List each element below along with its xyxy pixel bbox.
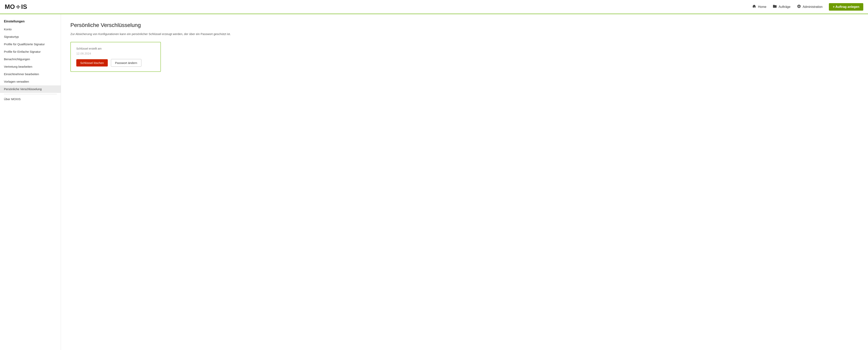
- sidebar-title: Einstellungen: [0, 18, 61, 26]
- change-password-button[interactable]: Passwort ändern: [111, 59, 142, 67]
- create-order-label: + Auftrag anlegen: [833, 5, 859, 9]
- logo-cross-icon: [16, 4, 21, 10]
- sidebar-item-einfache-signatur[interactable]: Profile für Einfache Signatur: [0, 48, 61, 56]
- logo-mo: MO: [5, 3, 15, 10]
- nav-home-label: Home: [758, 5, 766, 9]
- sidebar-item-ueber-moxis[interactable]: Über MOXIS: [0, 95, 61, 103]
- sidebar-item-einsichtnehmer[interactable]: Einsichtnehmer bearbeiten: [0, 70, 61, 78]
- nav-auftraege[interactable]: Aufträge: [773, 4, 790, 9]
- main-content: Persönliche Verschlüsselung Zur Absicher…: [61, 14, 868, 350]
- delete-key-button[interactable]: Schlüssel löschen: [76, 59, 108, 66]
- sidebar-item-vertretung[interactable]: Vertretung bearbeiten: [0, 63, 61, 70]
- nav-right: Home Aufträge Administration + Auftrag a…: [752, 3, 863, 11]
- page-layout: Einstellungen Konto Signaturtyp Profile …: [0, 14, 868, 350]
- svg-marker-2: [17, 8, 19, 9]
- key-card-label: Schlüssel erstellt am: [76, 47, 155, 50]
- sidebar-item-verschluesselung[interactable]: Persönliche Verschlüsselung: [0, 85, 61, 93]
- page-title: Persönliche Verschlüsselung: [70, 22, 859, 28]
- logo-is: IS: [21, 3, 27, 10]
- svg-marker-1: [17, 5, 19, 6]
- create-order-button[interactable]: + Auftrag anlegen: [829, 3, 863, 11]
- page-description: Zur Absicherung von Konfigurationen kann…: [70, 32, 859, 36]
- sidebar-item-konto[interactable]: Konto: [0, 26, 61, 33]
- sidebar-item-benachrichtigungen[interactable]: Benachrichtigungen: [0, 56, 61, 63]
- key-card: Schlüssel erstellt am 12.08.2024 Schlüss…: [70, 42, 161, 72]
- key-card-date: 12.08.2024: [76, 52, 155, 55]
- sidebar-item-vorlagen[interactable]: Vorlagen verwalten: [0, 78, 61, 85]
- folder-icon: [773, 4, 777, 9]
- home-icon: [752, 4, 756, 9]
- nav-administration-label: Administration: [803, 5, 823, 9]
- sidebar-item-signaturtyp[interactable]: Signaturtyp: [0, 33, 61, 40]
- sidebar-item-qualifizierte-signatur[interactable]: Profile für Qualifizierte Signatur: [0, 40, 61, 48]
- nav-administration[interactable]: Administration: [797, 4, 823, 9]
- logo: MO IS: [5, 3, 27, 10]
- nav-auftraege-label: Aufträge: [778, 5, 790, 9]
- gear-icon: [797, 4, 801, 9]
- key-card-buttons: Schlüssel löschen Passwort ändern: [76, 59, 155, 67]
- header: MO IS Home Aufträge: [0, 0, 868, 14]
- sidebar: Einstellungen Konto Signaturtyp Profile …: [0, 14, 61, 350]
- nav-home[interactable]: Home: [752, 4, 766, 9]
